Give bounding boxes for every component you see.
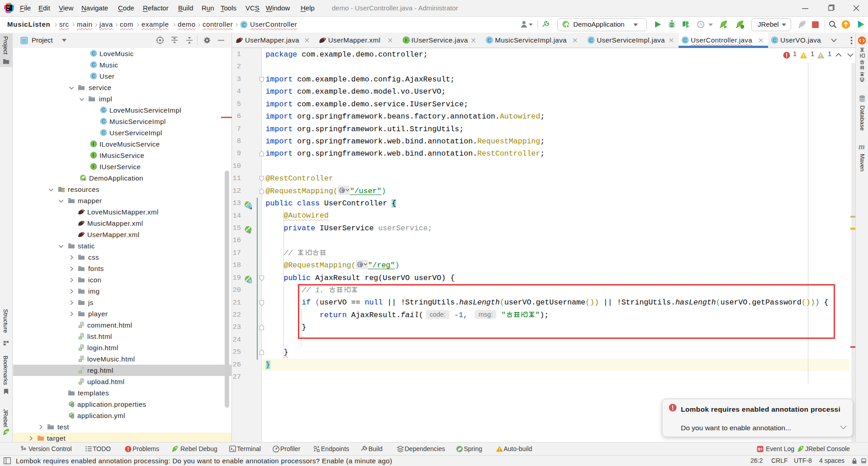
svg-text:C: C bbox=[684, 38, 687, 43]
svg-text:9+: 9+ bbox=[758, 447, 762, 452]
svg-text:H: H bbox=[79, 337, 81, 339]
svg-text:H: H bbox=[79, 325, 81, 328]
svg-text:C: C bbox=[488, 38, 491, 43]
svg-text:H: H bbox=[79, 382, 81, 385]
svg-text:C: C bbox=[92, 74, 96, 79]
svg-text:C: C bbox=[590, 38, 593, 43]
svg-text:C: C bbox=[102, 119, 106, 124]
svg-text:H: H bbox=[79, 359, 81, 362]
svg-text:H: H bbox=[79, 348, 81, 351]
svg-text:C: C bbox=[92, 62, 96, 67]
svg-text:JR: JR bbox=[5, 431, 9, 433]
svg-text:H: H bbox=[79, 371, 81, 373]
svg-text:I: I bbox=[93, 164, 94, 169]
svg-text:C: C bbox=[773, 38, 777, 43]
svg-text:I: I bbox=[405, 38, 406, 43]
svg-text:C: C bbox=[92, 51, 96, 56]
svg-text:C: C bbox=[102, 130, 106, 135]
svg-text:I: I bbox=[93, 153, 94, 158]
svg-text:IJ: IJ bbox=[7, 5, 9, 8]
svg-text:c: c bbox=[249, 205, 250, 208]
svg-text:I: I bbox=[93, 142, 94, 147]
svg-text:C: C bbox=[102, 108, 106, 113]
